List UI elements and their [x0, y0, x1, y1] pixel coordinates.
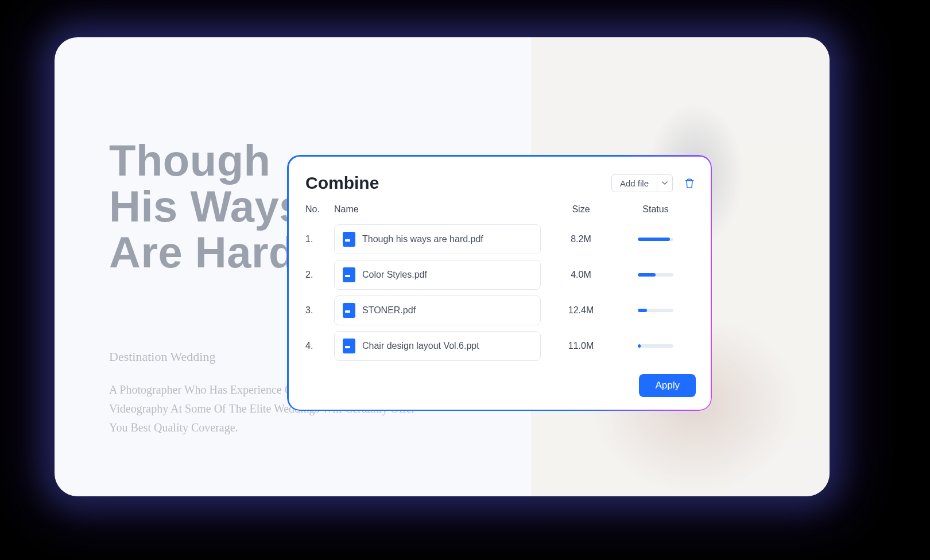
file-chip[interactable]: Color Styles.pdf	[334, 260, 541, 290]
modal-title: Combine	[305, 173, 379, 193]
file-name: Chair design layout Vol.6.ppt	[362, 341, 479, 351]
trash-icon	[684, 177, 695, 189]
row-number: 1.	[305, 234, 334, 244]
row-number: 2.	[305, 270, 334, 280]
progress-fill	[638, 344, 641, 348]
file-row: 3. STONER.pdf 12.4M	[305, 293, 696, 328]
column-headers: No. Name Size Status	[305, 202, 696, 221]
file-chip[interactable]: STONER.pdf	[334, 295, 541, 325]
svg-rect-1	[345, 239, 350, 242]
combine-modal: Combine Add file No.	[287, 155, 712, 411]
svg-rect-3	[345, 275, 350, 277]
status-cell	[615, 238, 696, 241]
file-icon	[343, 339, 355, 353]
status-cell	[615, 344, 696, 348]
col-status: Status	[615, 204, 696, 215]
modal-footer: Apply	[305, 374, 696, 397]
file-size: 11.0M	[547, 341, 615, 351]
hero-title-line1: Though	[109, 136, 271, 185]
add-file-dropdown-toggle[interactable]	[657, 175, 672, 192]
progress-fill	[638, 273, 656, 277]
progress-fill	[638, 238, 670, 241]
modal-header: Combine Add file	[305, 173, 696, 193]
col-no: No.	[305, 204, 334, 215]
file-chip[interactable]: Though his ways are hard.pdf	[334, 224, 541, 254]
add-file-button[interactable]: Add file	[612, 175, 657, 192]
status-cell	[615, 273, 696, 277]
hero-title-line2: His Ways	[109, 182, 304, 231]
svg-rect-5	[345, 310, 350, 313]
chevron-down-icon	[662, 180, 668, 186]
hero-title-line3: Are Hard	[109, 228, 296, 277]
progress-bar	[638, 273, 673, 277]
file-name: STONER.pdf	[362, 305, 416, 316]
row-number: 4.	[305, 341, 334, 351]
row-number: 3.	[305, 305, 334, 316]
status-cell	[615, 309, 696, 312]
file-icon	[343, 303, 355, 318]
file-row: 1. Though his ways are hard.pdf 8.2M	[305, 221, 696, 257]
col-name: Name	[334, 204, 547, 215]
file-icon	[343, 267, 355, 282]
file-row: 2. Color Styles.pdf 4.0M	[305, 257, 696, 293]
col-size: Size	[547, 204, 615, 215]
file-size: 8.2M	[547, 234, 615, 244]
modal-header-actions: Add file	[611, 174, 696, 192]
file-name: Color Styles.pdf	[362, 270, 427, 280]
file-size: 12.4M	[547, 305, 615, 316]
file-chip[interactable]: Chair design layout Vol.6.ppt	[334, 331, 541, 361]
file-size: 4.0M	[547, 270, 615, 280]
progress-bar	[638, 309, 673, 312]
file-icon	[343, 232, 355, 247]
apply-button[interactable]: Apply	[639, 374, 696, 397]
progress-fill	[638, 309, 647, 312]
delete-button[interactable]	[683, 177, 696, 189]
file-name: Though his ways are hard.pdf	[362, 234, 483, 244]
page-canvas: Though His Ways Are Hard Destination Wed…	[55, 37, 830, 496]
progress-bar	[638, 344, 673, 348]
file-rows: 1. Though his ways are hard.pdf 8.2M 2.	[305, 221, 696, 364]
add-file-split-button[interactable]: Add file	[611, 174, 673, 192]
progress-bar	[638, 238, 673, 241]
file-row: 4. Chair design layout Vol.6.ppt 11.0M	[305, 328, 696, 364]
svg-rect-7	[345, 346, 350, 348]
